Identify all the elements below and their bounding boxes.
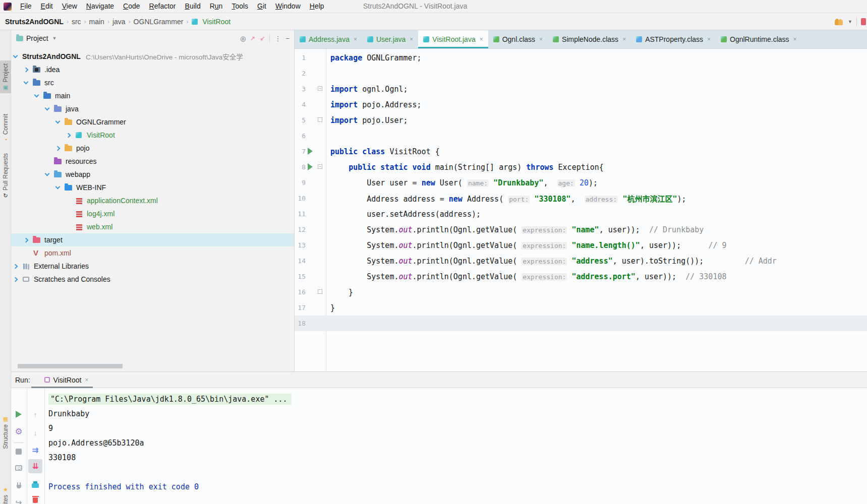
stripe-item-pull[interactable]: Pull Requests↻: [0, 150, 11, 202]
fold-collapse-icon[interactable]: −: [318, 86, 322, 91]
menu-item-file[interactable]: File: [16, 0, 36, 13]
run-line-icon[interactable]: [308, 148, 313, 155]
chevron-down-icon[interactable]: ▼: [848, 19, 852, 24]
chevron-down-icon[interactable]: [55, 184, 61, 190]
tree-item-struts2andognl[interactable]: Struts2AndOGNLC:\Users\VanHurts\OneDrive…: [11, 50, 294, 63]
scroll-end-icon[interactable]: ⇊: [30, 461, 40, 471]
chevron-right-icon[interactable]: [66, 133, 71, 138]
close-icon[interactable]: ×: [622, 36, 626, 43]
tab-ognl-class[interactable]: Ognl.class×: [488, 30, 548, 48]
menu-item-git[interactable]: Git: [253, 0, 271, 13]
menu-item-view[interactable]: View: [57, 0, 82, 13]
screenshot-icon[interactable]: [14, 463, 24, 473]
down-icon[interactable]: ↓: [30, 427, 40, 437]
collapse-all-icon[interactable]: ↙: [260, 35, 265, 42]
chevron-down-icon[interactable]: ▼: [52, 36, 57, 41]
tree-item-resources[interactable]: resources: [11, 155, 294, 168]
exit-icon[interactable]: ↪: [14, 497, 24, 504]
rerun-icon[interactable]: [14, 409, 24, 419]
breadcrumb-item[interactable]: Struts2AndOGNL: [3, 18, 66, 26]
tree-item-pom-xml[interactable]: Vpom.xml: [11, 246, 294, 260]
chevron-down-icon[interactable]: [45, 171, 50, 176]
hide-panel-icon[interactable]: −: [285, 35, 290, 42]
menu-item-build[interactable]: Build: [181, 0, 205, 13]
stop-icon[interactable]: [14, 447, 24, 457]
chevron-right-icon[interactable]: [24, 237, 29, 242]
tree-item-java[interactable]: java: [11, 102, 294, 115]
fold-end-icon[interactable]: [318, 289, 322, 294]
tab-simplenode-class[interactable]: SimpleNode.class×: [548, 30, 631, 48]
project-panel-title[interactable]: Project: [26, 34, 48, 42]
clipped-icon[interactable]: [861, 18, 866, 25]
chevron-right-icon[interactable]: [55, 146, 61, 151]
tree-item-applicationcontext-xml[interactable]: applicationContext.xml: [11, 194, 294, 207]
app-logo-icon[interactable]: [4, 3, 12, 11]
breadcrumb-item[interactable]: src: [70, 18, 83, 26]
tree-item-external-libraries[interactable]: External Libraries: [11, 260, 294, 273]
tab-ognlruntime-class[interactable]: OgnlRuntime.class×: [716, 30, 802, 48]
stripe-item-structure[interactable]: ▦Structure: [0, 413, 11, 452]
run-tab[interactable]: VisitRoot ×: [41, 372, 92, 388]
close-icon[interactable]: ×: [85, 376, 88, 384]
softwrap-icon[interactable]: ⇉: [30, 445, 40, 455]
menu-item-navigate[interactable]: Navigate: [82, 0, 119, 13]
settings-icon[interactable]: ⚙: [14, 426, 24, 436]
attach-icon[interactable]: [14, 480, 24, 490]
console-output[interactable]: "C:\Program Files\Java\jdk1.8.0_65\bin\j…: [48, 392, 867, 494]
expand-all-icon[interactable]: ↗: [250, 35, 255, 42]
code-with-me-icon[interactable]: [835, 19, 844, 25]
run-line-icon[interactable]: [308, 163, 313, 170]
tree-item-log4j-xml[interactable]: log4j.xml: [11, 207, 294, 220]
menu-item-edit[interactable]: Edit: [36, 0, 57, 13]
chevron-down-icon[interactable]: [45, 106, 50, 111]
tree-item--idea[interactable]: .idea: [11, 63, 294, 76]
tab-astproperty-class[interactable]: ASTProperty.class×: [631, 30, 716, 48]
menu-item-code[interactable]: Code: [119, 0, 144, 13]
tree-item-pojo[interactable]: pojo: [11, 142, 294, 155]
close-icon[interactable]: ×: [539, 36, 543, 43]
scrollbar-thumb[interactable]: [18, 364, 123, 368]
locate-icon[interactable]: ◎: [240, 35, 246, 42]
menu-item-window[interactable]: Window: [271, 0, 305, 13]
menu-item-tools[interactable]: Tools: [227, 0, 253, 13]
clear-icon[interactable]: [30, 494, 40, 504]
chevron-down-icon[interactable]: [34, 93, 39, 98]
tree-item-ognlgrammer[interactable]: OGNLGrammer: [11, 115, 294, 129]
breadcrumb-item[interactable]: main: [87, 18, 106, 26]
stripe-item-favorites[interactable]: ★Favorites: [0, 484, 11, 504]
stripe-item-project[interactable]: Project▣: [0, 60, 11, 93]
fold-collapse-icon[interactable]: −: [318, 164, 322, 169]
menu-item-refactor[interactable]: Refactor: [145, 0, 181, 13]
close-icon[interactable]: ×: [354, 36, 357, 43]
up-icon[interactable]: ↑: [30, 409, 40, 419]
close-icon[interactable]: ×: [793, 36, 797, 43]
tab-user-java[interactable]: User.java×: [362, 30, 418, 48]
tree-item-webapp[interactable]: webapp: [11, 168, 294, 181]
close-icon[interactable]: ×: [480, 36, 483, 43]
chevron-down-icon[interactable]: [55, 119, 61, 124]
tree-item-src[interactable]: src: [11, 76, 294, 89]
code-editor[interactable]: 1package OGNLGrammer;23−import ognl.Ognl…: [295, 49, 867, 371]
tree-item-target[interactable]: target: [11, 233, 294, 246]
chevron-right-icon[interactable]: [13, 277, 18, 282]
menu-item-run[interactable]: Run: [205, 0, 227, 13]
more-options-icon[interactable]: ⋮: [274, 35, 281, 42]
tab-visitroot-java[interactable]: VisitRoot.java×: [418, 30, 488, 48]
tab-address-java[interactable]: Address.java×: [295, 30, 362, 48]
breadcrumb-item[interactable]: java: [110, 18, 128, 26]
print-icon[interactable]: [30, 479, 40, 489]
stripe-item-commit[interactable]: Commit◔: [0, 111, 11, 146]
chevron-down-icon[interactable]: [13, 53, 18, 58]
horizontal-scrollbar[interactable]: [11, 364, 294, 368]
menu-item-help[interactable]: Help: [305, 0, 329, 13]
tree-item-web-inf[interactable]: WEB-INF: [11, 181, 294, 194]
chevron-down-icon[interactable]: [24, 80, 29, 85]
breadcrumb-current[interactable]: VisitRoot: [200, 18, 233, 26]
chevron-right-icon[interactable]: [13, 264, 18, 269]
tree-item-scratches-and-consoles[interactable]: Scratches and Consoles: [11, 273, 294, 286]
tree-item-visitroot[interactable]: VisitRoot: [11, 129, 294, 142]
close-icon[interactable]: ×: [707, 36, 711, 43]
fold-end-icon[interactable]: [318, 117, 322, 122]
chevron-right-icon[interactable]: [24, 67, 29, 72]
tree-item-web-xml[interactable]: web.xml: [11, 220, 294, 233]
